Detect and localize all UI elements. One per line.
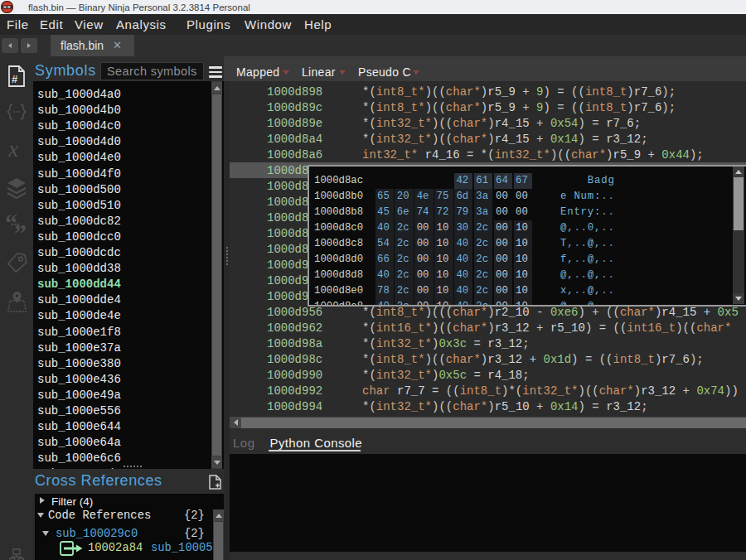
- svg-text:#: #: [12, 73, 18, 85]
